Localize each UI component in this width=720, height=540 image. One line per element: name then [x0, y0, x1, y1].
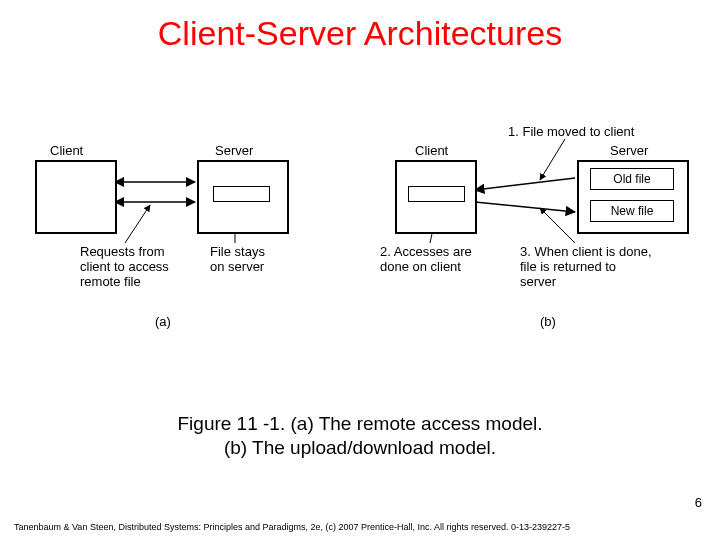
b-subfig-label: (b) [540, 315, 556, 330]
b-step1-label: 1. File moved to client [508, 125, 634, 140]
a-client-label: Client [50, 144, 83, 159]
a-file-stays-label: File stays on server [210, 245, 265, 275]
footer-copyright: Tanenbaum & Van Steen, Distributed Syste… [14, 522, 570, 532]
a-requests-label: Requests from client to access remote fi… [80, 245, 169, 290]
b-step3-label: 3. When client is done, file is returned… [520, 245, 652, 290]
b-client-file-box [408, 186, 465, 202]
caption-line-2: (b) The upload/download model. [224, 437, 496, 458]
figure-diagram: Client Server Requests from client to ac… [20, 120, 700, 350]
svg-line-2 [125, 205, 150, 243]
svg-line-4 [475, 178, 575, 190]
figure-caption: Figure 11 -1. (a) The remote access mode… [0, 412, 720, 460]
diagram-arrows [20, 120, 700, 350]
caption-line-1: Figure 11 -1. (a) The remote access mode… [177, 413, 542, 434]
b-server-label: Server [610, 144, 648, 159]
svg-line-6 [540, 139, 565, 180]
slide-title: Client-Server Architectures [0, 14, 720, 53]
a-file-box [213, 186, 270, 202]
svg-line-5 [475, 202, 575, 212]
b-old-file-box: Old file [590, 168, 674, 190]
b-new-file-box: New file [590, 200, 674, 222]
b-client-label: Client [415, 144, 448, 159]
a-subfig-label: (a) [155, 315, 171, 330]
b-step2-label: 2. Accesses are done on client [380, 245, 472, 275]
page-number: 6 [695, 495, 702, 510]
a-client-box [35, 160, 117, 234]
a-server-label: Server [215, 144, 253, 159]
svg-line-8 [540, 208, 575, 243]
